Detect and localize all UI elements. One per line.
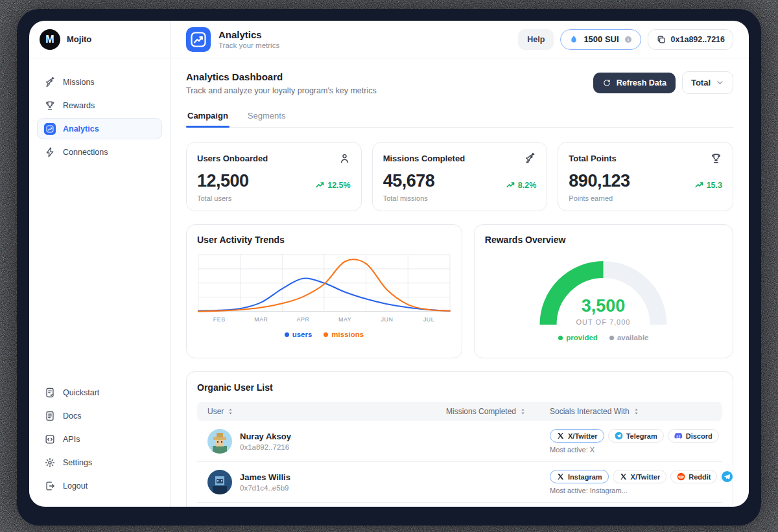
charts-row: User Activity Trends FEBMARAPRMAYJUNJUL … (186, 224, 733, 358)
settings-icon (44, 457, 56, 468)
column-header-missions-completed[interactable]: Missions Completed (446, 407, 550, 416)
gauge-title: Rewards Overview (485, 235, 722, 245)
social-badge-label: X/Twitter (568, 432, 598, 440)
sui-droplet-icon (569, 34, 579, 45)
page-title: Analytics Dashboard (186, 71, 377, 82)
stat-caption: Points earned (569, 194, 722, 202)
social-badge-telegram-icon[interactable] (721, 470, 733, 483)
page-head: Analytics Dashboard Track and analyze yo… (186, 71, 733, 95)
gauge-legend-item-available: available (609, 334, 649, 341)
analytics-app-icon (186, 27, 211, 52)
x-axis-label: JUN (381, 316, 393, 323)
x-axis-label: FEB (213, 316, 226, 323)
user-name: Nuray Aksoy (240, 432, 291, 441)
copy-icon[interactable] (656, 34, 666, 45)
main-area: Analytics Track your metrics Help 1500 S… (171, 21, 749, 507)
x-axis-label: MAR (254, 316, 268, 323)
sidebar-item-quickstart[interactable]: Quickstart (37, 382, 162, 403)
sidebar-item-missions[interactable]: Missions (37, 71, 162, 93)
help-button[interactable]: Help (518, 29, 554, 50)
user-address: 0x7d1c4..e5b9 (240, 484, 290, 492)
sidebar-item-docs[interactable]: Docs (37, 405, 162, 426)
chart-title: User Activity Trends (197, 235, 451, 245)
gauge-legend: providedavailable (485, 334, 722, 341)
social-badge-telegram[interactable]: Telegram (608, 429, 664, 443)
table-row[interactable]: James Willis 0x7d1c4..e5b9 InstagramX/Tw… (197, 462, 722, 503)
gauge-value: 3,500 (582, 296, 626, 316)
sidebar-item-settings[interactable]: Settings (37, 452, 162, 473)
sidebar-item-analytics[interactable]: Analytics (37, 118, 162, 139)
sort-icon (519, 407, 526, 416)
user-cell: James Willis 0x7d1c4..e5b9 (207, 470, 446, 494)
topbar-subtitle: Track your metrics (218, 41, 279, 49)
column-header-user[interactable]: User (207, 407, 446, 416)
sidebar-item-logout[interactable]: Logout (37, 475, 162, 496)
x-icon (556, 432, 565, 440)
stat-top: Users Onboarded (197, 152, 351, 165)
x-icon (619, 472, 628, 481)
stats-row: Users Onboarded 12,500 12.5% Total us (186, 142, 733, 211)
total-label: Total (691, 78, 711, 87)
tabs: Campaign Segments (186, 106, 733, 128)
column-label: Socials Interacted With (550, 407, 630, 416)
gauge-sub-label: OUT OF 7,000 (576, 318, 631, 326)
stat-top: Total Points (569, 152, 722, 165)
total-filter-dropdown[interactable]: Total (682, 71, 733, 94)
table-row[interactable]: Nuray Aksoy 0x1a892..7216 X/TwitterTeleg… (197, 421, 722, 462)
stat-caption: Total missions (383, 194, 537, 202)
sui-balance-pill[interactable]: 1500 SUI (560, 29, 641, 50)
desktop-background: M Mojito Missions Rewards Anal (0, 0, 778, 532)
sort-icon (633, 407, 640, 416)
social-badge-label: Discord (686, 432, 713, 440)
user-icon (338, 152, 351, 165)
sidebar-item-rewards[interactable]: Rewards (37, 95, 162, 116)
gauge-legend-item-provided: provided (558, 334, 598, 341)
sidebar-item-connections[interactable]: Connections (37, 141, 162, 163)
topbar-titles: Analytics Track your metrics (218, 29, 279, 49)
stat-value: 12,500 (197, 172, 249, 190)
page-head-titles: Analytics Dashboard Track and analyze yo… (186, 71, 377, 95)
rewards-gauge: 3,500OUT OF 7,000 (485, 248, 722, 334)
x-axis-label: JUL (423, 316, 434, 323)
table-header: User Missions Completed Socials Interact… (197, 402, 722, 421)
wallet-address: 0x1a892..7216 (671, 35, 725, 44)
wallet-address-pill[interactable]: 0x1a892..7216 (648, 29, 733, 50)
info-icon[interactable] (624, 35, 633, 44)
sidebar-item-apis[interactable]: APIs (37, 428, 162, 450)
social-badge-instagram[interactable]: Instagram (550, 470, 609, 483)
social-badge-x-twitter[interactable]: X/Twitter (550, 429, 604, 443)
stat-value: 45,678 (383, 172, 435, 190)
social-badges: X/TwitterTelegramDiscord (550, 429, 712, 443)
user-identity: Nuray Aksoy 0x1a892..7216 (240, 432, 291, 451)
sidebar-item-label: Analytics (63, 124, 99, 133)
social-badge-discord[interactable]: Discord (668, 429, 719, 443)
column-header-socials-interacted-with[interactable]: Socials Interacted With (550, 407, 712, 416)
social-badge-x-twitter[interactable]: X/Twitter (613, 470, 667, 483)
trend-up-icon (506, 180, 515, 190)
stat-card-users-onboarded: Users Onboarded 12,500 12.5% Total us (186, 142, 362, 211)
trend-badge: 12.5% (315, 180, 350, 190)
social-badge-reddit[interactable]: Reddit (670, 470, 717, 483)
mojito-logo: M (40, 29, 60, 50)
x-axis-label: APR (297, 316, 310, 323)
line-chart: FEBMARAPRMAYJUNJUL (197, 254, 451, 325)
refresh-data-button[interactable]: Refresh Data (593, 73, 676, 93)
sidebar-item-label: Logout (63, 481, 88, 491)
sidebar-item-label: Quickstart (63, 388, 99, 397)
lightning-icon (44, 146, 56, 158)
rocket-icon (524, 152, 536, 165)
stat-title: Total Points (569, 154, 616, 163)
legend-label: missions (331, 330, 364, 338)
stat-card-missions-completed: Missions Completed 45,678 8.2% Total (372, 142, 548, 211)
user-activity-trends-card: User Activity Trends FEBMARAPRMAYJUNJUL … (186, 224, 462, 358)
reddit-icon (677, 472, 685, 481)
most-active-label: Most active: Instagram... (550, 487, 712, 494)
tab-segments[interactable]: Segments (246, 106, 287, 127)
x-icon (556, 472, 565, 481)
tab-campaign[interactable]: Campaign (186, 106, 230, 127)
topbar-actions: Help 1500 SUI 0x1a892..7216 (518, 29, 733, 50)
legend-label: provided (566, 334, 598, 341)
logo-initial: M (45, 34, 54, 45)
discord-icon (674, 432, 683, 440)
user-cell: Nuray Aksoy 0x1a892..7216 (207, 429, 446, 454)
